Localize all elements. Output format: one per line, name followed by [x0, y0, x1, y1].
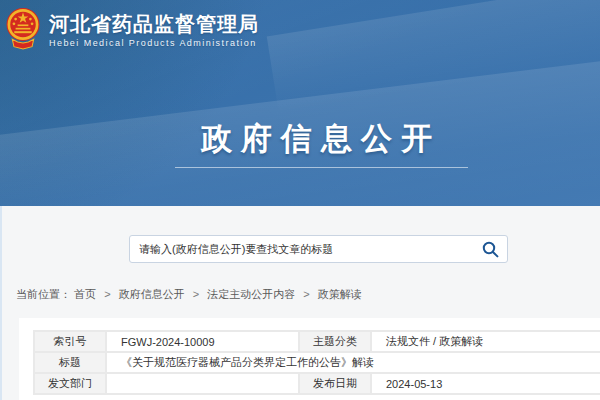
- page-edge-strip: [0, 206, 2, 400]
- table-row: 发文部门 发布日期 2024-05-13: [34, 373, 600, 394]
- org-name-en: Hebei Medical Products Administration: [49, 38, 259, 48]
- page: 河北省药品监督管理局 Hebei Medical Products Admini…: [0, 0, 600, 400]
- breadcrumb: 当前位置： 首页 > 政府信息公开 > 法定主动公开内容 > 政策解读: [16, 287, 362, 302]
- search-input[interactable]: [130, 236, 479, 262]
- breadcrumb-link-statutory-content[interactable]: 法定主动公开内容: [207, 288, 295, 300]
- search-button[interactable]: [482, 241, 499, 258]
- field-value-publish-date: 2024-05-13: [371, 373, 600, 394]
- breadcrumb-separator: >: [193, 288, 199, 300]
- header-home-link[interactable]: 河北省药品监督管理局 Hebei Medical Products Admini…: [6, 7, 259, 54]
- banner-underline: [175, 167, 468, 168]
- org-name: 河北省药品监督管理局: [49, 13, 259, 35]
- field-value-issuing-department: [106, 373, 299, 394]
- field-value-title: 《关于规范医疗器械产品分类界定工作的公告》解读: [106, 352, 600, 373]
- table-row: 索引号 FGWJ-2024-10009 主题分类 法规文件 / 政策解读: [34, 331, 600, 352]
- field-label-issuing-department: 发文部门: [34, 373, 106, 394]
- breadcrumb-link-policy-interpretation[interactable]: 政策解读: [318, 288, 362, 300]
- national-emblem-icon: [6, 7, 40, 54]
- search-box: [129, 235, 508, 263]
- breadcrumb-link-info-disclosure[interactable]: 政府信息公开: [119, 288, 185, 300]
- field-value-topic-category: 法规文件 / 政策解读: [371, 331, 600, 352]
- field-label-topic-category: 主题分类: [299, 331, 371, 352]
- field-label-index-number: 索引号: [34, 331, 106, 352]
- header-banner: 河北省药品监督管理局 Hebei Medical Products Admini…: [0, 0, 600, 206]
- page-banner-title: 政府信息公开: [0, 118, 600, 160]
- breadcrumb-separator: >: [104, 288, 110, 300]
- org-name-block: 河北省药品监督管理局 Hebei Medical Products Admini…: [49, 13, 259, 48]
- breadcrumb-separator: >: [303, 288, 309, 300]
- document-info-table: 索引号 FGWJ-2024-10009 主题分类 法规文件 / 政策解读 标题 …: [33, 330, 600, 395]
- breadcrumb-label: 当前位置：: [16, 288, 71, 300]
- field-label-publish-date: 发布日期: [299, 373, 371, 394]
- search-icon: [482, 241, 499, 258]
- field-value-index-number: FGWJ-2024-10009: [106, 331, 299, 352]
- field-label-title: 标题: [34, 352, 106, 373]
- breadcrumb-link-home[interactable]: 首页: [74, 288, 96, 300]
- table-row: 标题 《关于规范医疗器械产品分类界定工作的公告》解读: [34, 352, 600, 373]
